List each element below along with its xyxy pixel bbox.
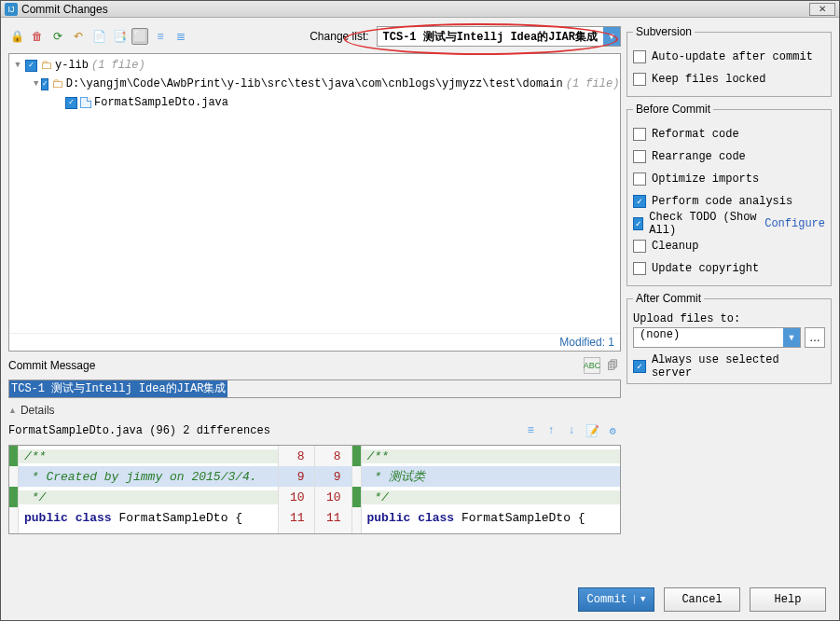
tree-row[interactable]: ▼ ✓ 🗀 y-lib (1 file)	[13, 56, 616, 75]
cleanup-checkbox[interactable]: Cleanup	[633, 235, 825, 257]
checkbox-icon[interactable]: ✓	[41, 78, 48, 90]
commit-message-input[interactable]: TCS-1 测试与Intellj Idea的JIAR集成	[8, 380, 621, 398]
dialog-footer: Commit ▼ Cancel Help	[1, 579, 839, 620]
chevron-down-icon: ▼	[634, 595, 645, 604]
commit-message-value: TCS-1 测试与Intellj Idea的JIAR集成	[9, 380, 227, 397]
todo-checkbox[interactable]: ✓Check TODO (Show All) Configure	[633, 213, 825, 235]
diff-edit-icon[interactable]: 📝	[584, 422, 600, 439]
diff-up-icon[interactable]: ↑	[543, 422, 559, 439]
move-icon[interactable]: 📄	[90, 28, 107, 45]
details-toggle[interactable]: ▲ Details	[8, 404, 621, 417]
tree-row[interactable]: ✓ FormatSampleDto.java	[13, 93, 616, 112]
cancel-button[interactable]: Cancel	[664, 587, 740, 612]
upload-label: Upload files to:	[633, 312, 825, 325]
diff-down-icon[interactable]: ↓	[563, 422, 580, 439]
subversion-group: Subversion Auto-update after commit Keep…	[627, 25, 832, 97]
always-server-checkbox[interactable]: ✓Always use selected server	[633, 355, 825, 378]
change-tree: ▼ ✓ 🗀 y-lib (1 file) ▼ ✓ 🗀 D:\yangjm\Cod…	[8, 53, 621, 352]
toggle-icon[interactable]: ▼	[34, 79, 38, 89]
upload-browse-button[interactable]: …	[805, 327, 825, 348]
checkbox-icon[interactable]: ✓	[65, 97, 77, 109]
commit-button[interactable]: Commit ▼	[578, 587, 654, 612]
file-toolbar: 🔒 🗑 ⟳ ↶ 📄 📑 ⬜ ≡ ≣ Change list: TCS-1 测试与…	[8, 25, 621, 48]
tree-root-label: y-lib	[55, 59, 89, 72]
chevron-down-icon: ▼	[783, 328, 800, 347]
before-commit-group: Before Commit Reformat code Rearrange co…	[627, 103, 832, 286]
diff-left-gutter: 8 9 10 11	[278, 446, 315, 533]
optimize-checkbox[interactable]: Optimize imports	[633, 168, 825, 190]
close-icon[interactable]: ✕	[809, 3, 835, 16]
copyright-checkbox[interactable]: Update copyright	[633, 257, 825, 280]
subversion-legend: Subversion	[633, 25, 695, 38]
chevron-down-icon: ▼	[603, 27, 620, 46]
upload-dropdown[interactable]: (none) ▼	[633, 327, 801, 348]
commit-message-label: Commit Message	[8, 359, 95, 372]
reformat-checkbox[interactable]: Reformat code	[633, 123, 825, 145]
lock-icon[interactable]: 🔒	[8, 28, 25, 45]
change-list-dropdown[interactable]: TCS-1 测试与Intellj Idea的JIAR集成 ▼	[377, 26, 621, 47]
tree-root-count: (1 file)	[91, 59, 145, 72]
spellcheck-icon[interactable]: ABC	[584, 357, 600, 374]
delete-icon[interactable]: 🗑	[29, 28, 46, 45]
help-button[interactable]: Help	[750, 587, 826, 612]
chevron-up-icon: ▲	[8, 406, 17, 415]
history-icon[interactable]: 🗐	[604, 357, 621, 374]
tree-file-label: FormatSampleDto.java	[94, 96, 228, 109]
revert-icon[interactable]: ↶	[70, 28, 87, 45]
diff-right[interactable]: /** * 测试类 */ public class FormatSampleDt…	[362, 446, 621, 533]
checkbox-icon[interactable]: ✓	[25, 60, 37, 72]
file-icon	[80, 97, 91, 108]
tree-summary: Modified: 1	[9, 333, 620, 351]
before-commit-legend: Before Commit	[633, 103, 713, 116]
toggle-icon[interactable]: ▼	[13, 61, 22, 70]
tree-path-count: (1 file)	[566, 77, 620, 90]
folder-icon: 🗀	[51, 77, 63, 91]
rearrange-checkbox[interactable]: Rearrange code	[633, 145, 825, 168]
diff-icon[interactable]: 📑	[111, 28, 128, 45]
gear-icon[interactable]: ⚙	[604, 422, 621, 439]
diff-right-gutter: 8 9 10 11	[315, 446, 352, 533]
diff-list-icon[interactable]: ≡	[522, 422, 539, 439]
change-list-value: TCS-1 测试与Intellj Idea的JIAR集成	[378, 29, 603, 45]
titlebar: IJ Commit Changes ✕	[1, 1, 839, 18]
window-title: Commit Changes	[21, 3, 108, 16]
auto-update-checkbox[interactable]: Auto-update after commit	[633, 46, 825, 68]
change-list-label: Change list:	[310, 30, 368, 43]
diff-file-summary: FormatSampleDto.java (96) 2 differences	[8, 424, 270, 437]
tree-path-label: D:\yangjm\Code\AwbPrint\y-lib\src\test\j…	[66, 77, 563, 90]
app-icon: IJ	[5, 3, 18, 16]
after-commit-legend: After Commit	[633, 292, 704, 305]
group-icon[interactable]: ⬜	[131, 28, 148, 45]
collapse-icon[interactable]: ≣	[172, 28, 189, 45]
diff-panel: /** * Created by jimmy on 2015/3/4. */ p…	[8, 445, 621, 534]
diff-left[interactable]: /** * Created by jimmy on 2015/3/4. */ p…	[19, 446, 278, 533]
configure-link[interactable]: Configure	[764, 217, 825, 230]
analysis-checkbox[interactable]: ✓Perform code analysis	[633, 190, 825, 213]
keep-locked-checkbox[interactable]: Keep files locked	[633, 68, 825, 90]
refresh-icon[interactable]: ⟳	[49, 28, 66, 45]
after-commit-group: After Commit Upload files to: (none) ▼ ……	[627, 292, 832, 384]
expand-icon[interactable]: ≡	[152, 28, 169, 45]
tree-row[interactable]: ▼ ✓ 🗀 D:\yangjm\Code\AwbPrint\y-lib\src\…	[13, 75, 616, 93]
folder-icon: 🗀	[40, 59, 52, 73]
